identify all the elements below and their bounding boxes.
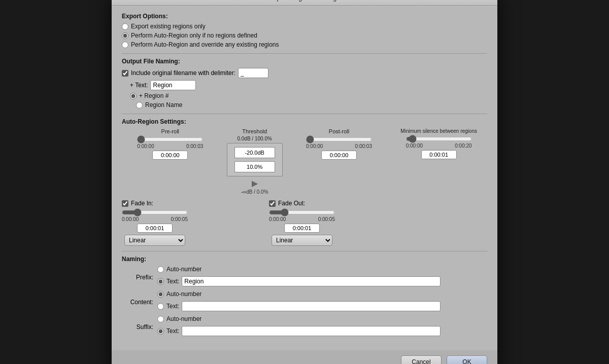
fade-out-label: Fade Out: bbox=[278, 200, 305, 207]
prefix-autonumber-radio[interactable] bbox=[157, 266, 164, 273]
pre-roll-slider[interactable] bbox=[137, 136, 203, 143]
min-silence-min: 0:00:00 bbox=[406, 143, 423, 149]
text-plus-label: + Text: bbox=[130, 82, 148, 89]
cancel-button[interactable]: Cancel bbox=[401, 355, 442, 364]
text-row: + Text: bbox=[130, 80, 487, 90]
pre-roll-value-input[interactable] bbox=[152, 151, 188, 160]
fade-in-label: Fade In: bbox=[131, 200, 153, 207]
divider-1 bbox=[122, 53, 487, 54]
region-name-radio[interactable] bbox=[136, 102, 143, 108]
auto-region-only-label: Perform Auto-Region only if no regions d… bbox=[131, 32, 257, 39]
content-row: Content: Auto-number Text: bbox=[122, 290, 487, 313]
fade-out-min: 0:00:00 bbox=[269, 216, 286, 222]
threshold-db-input[interactable] bbox=[234, 147, 275, 158]
prefix-text-label: Text: bbox=[166, 278, 179, 285]
fade-out-max: 0:00:05 bbox=[318, 216, 335, 222]
content-options: Auto-number Text: bbox=[157, 290, 441, 313]
prefix-text-row: Text: bbox=[157, 276, 441, 286]
min-silence-range: 0:00:00 0:00:20 bbox=[406, 143, 472, 149]
text-value-input[interactable] bbox=[150, 80, 196, 90]
export-option-2-row: Perform Auto-Region only if no regions d… bbox=[122, 32, 487, 39]
prefix-autonumber-label: Auto-number bbox=[166, 266, 201, 273]
suffix-text-row: Text: bbox=[157, 326, 441, 336]
post-roll-value-input[interactable] bbox=[321, 151, 357, 160]
delimiter-input[interactable] bbox=[238, 68, 268, 78]
threshold-arrow: ▶ bbox=[252, 178, 258, 188]
naming-label: Naming: bbox=[122, 256, 487, 263]
suffix-autonumber-row: Auto-number bbox=[157, 315, 441, 322]
output-naming-section: Output File Naming: Include original fil… bbox=[122, 58, 487, 108]
fade-out-header: Fade Out: bbox=[269, 200, 305, 207]
post-roll-slider[interactable] bbox=[306, 136, 372, 143]
content-text-row: Text: bbox=[157, 301, 441, 311]
pre-roll-range: 0:00:00 0:00:03 bbox=[137, 143, 203, 149]
ok-button[interactable]: OK bbox=[447, 355, 487, 364]
fade-in-section: Fade In: 0:00:00 0:00:05 Linear Equal Po… bbox=[122, 200, 188, 246]
pre-roll-max: 0:00:03 bbox=[186, 143, 203, 149]
fade-out-type-select[interactable]: Linear Equal Power S-Curve bbox=[272, 235, 332, 246]
prefix-key: Prefix: bbox=[122, 274, 157, 281]
include-filename-checkbox[interactable] bbox=[122, 70, 128, 77]
suffix-text-input[interactable] bbox=[182, 326, 441, 336]
pre-roll-min: 0:00:00 bbox=[137, 143, 154, 149]
fade-in-value-input[interactable] bbox=[137, 224, 173, 233]
post-roll-title: Post-roll bbox=[329, 128, 349, 134]
threshold-pct-input[interactable] bbox=[234, 161, 275, 172]
content-autonumber-row: Auto-number bbox=[157, 290, 441, 298]
suffix-key: Suffix: bbox=[122, 323, 157, 331]
fade-out-checkbox[interactable] bbox=[269, 200, 276, 207]
auto-region-override-radio[interactable] bbox=[122, 42, 128, 48]
prefix-text-input[interactable] bbox=[182, 276, 441, 286]
divider-2 bbox=[122, 114, 487, 114]
threshold-title: Threshold bbox=[242, 128, 267, 134]
fade-in-checkbox[interactable] bbox=[122, 200, 128, 207]
content-text-radio[interactable] bbox=[157, 303, 164, 310]
min-silence-slider[interactable] bbox=[406, 135, 472, 142]
auto-region-label: Auto-Region Settings: bbox=[122, 118, 487, 125]
region-number-radio[interactable] bbox=[130, 93, 137, 99]
dialog-title: Export Regions Settings bbox=[112, 0, 497, 6]
suffix-row: Suffix: Auto-number Text: bbox=[122, 315, 487, 338]
fade-out-slider[interactable] bbox=[269, 209, 335, 216]
fade-in-max: 0:00:05 bbox=[171, 216, 188, 222]
min-silence-title: Minimum silence between regions bbox=[400, 128, 477, 134]
fade-in-min: 0:00:00 bbox=[122, 216, 139, 222]
content-autonumber-radio[interactable] bbox=[157, 291, 164, 298]
button-row: Cancel OK bbox=[112, 350, 497, 364]
include-filename-row: Include original filename with delimiter… bbox=[122, 68, 487, 78]
auto-region-override-label: Perform Auto-Region and override any exi… bbox=[131, 41, 279, 48]
export-existing-radio[interactable] bbox=[122, 23, 128, 30]
threshold-top-label: 0.0dB / 100.0% bbox=[237, 136, 272, 141]
fade-in-header: Fade In: bbox=[122, 200, 153, 207]
auto-region-section: Auto-Region Settings: Pre-roll 0:00:00 0… bbox=[122, 118, 487, 246]
content-text-input[interactable] bbox=[182, 301, 441, 311]
prefix-text-radio[interactable] bbox=[157, 278, 164, 285]
post-roll-range: 0:00:00 0:00:03 bbox=[306, 143, 372, 149]
suffix-autonumber-label: Auto-number bbox=[166, 315, 201, 322]
region-number-label: + Region # bbox=[139, 92, 168, 99]
content-text-label: Text: bbox=[166, 303, 179, 310]
export-option-1-row: Export existing regions only bbox=[122, 23, 487, 30]
auto-region-grid: Pre-roll 0:00:00 0:00:03 Threshold 0.0dB… bbox=[122, 128, 487, 195]
suffix-autonumber-radio[interactable] bbox=[157, 316, 164, 322]
fade-in-type-select[interactable]: Linear Equal Power S-Curve bbox=[124, 235, 185, 246]
content-key: Content: bbox=[122, 299, 157, 306]
export-option-3-row: Perform Auto-Region and override any exi… bbox=[122, 41, 487, 48]
auto-region-only-radio[interactable] bbox=[122, 32, 128, 39]
fade-in-range: 0:00:00 0:00:05 bbox=[122, 216, 188, 222]
fade-out-value-input[interactable] bbox=[284, 224, 320, 233]
min-silence-max: 0:00:20 bbox=[455, 143, 471, 149]
include-filename-label: Include original filename with delimiter… bbox=[131, 69, 235, 77]
suffix-text-radio[interactable] bbox=[157, 328, 164, 335]
divider-3 bbox=[122, 251, 487, 251]
min-silence-value-input[interactable] bbox=[421, 150, 457, 159]
region-number-row: + Region # bbox=[130, 92, 487, 99]
suffix-text-label: Text: bbox=[166, 327, 179, 335]
post-roll-col: Post-roll 0:00:00 0:00:03 bbox=[291, 128, 388, 160]
fade-out-section: Fade Out: 0:00:00 0:00:05 Linear Equal P… bbox=[269, 200, 335, 246]
region-name-row: Region Name bbox=[136, 101, 487, 108]
min-silence-col: Minimum silence between regions 0:00:00 … bbox=[390, 128, 487, 159]
fade-in-slider[interactable] bbox=[122, 209, 188, 216]
post-roll-min: 0:00:00 bbox=[306, 143, 323, 149]
output-naming-label: Output File Naming: bbox=[122, 58, 487, 65]
